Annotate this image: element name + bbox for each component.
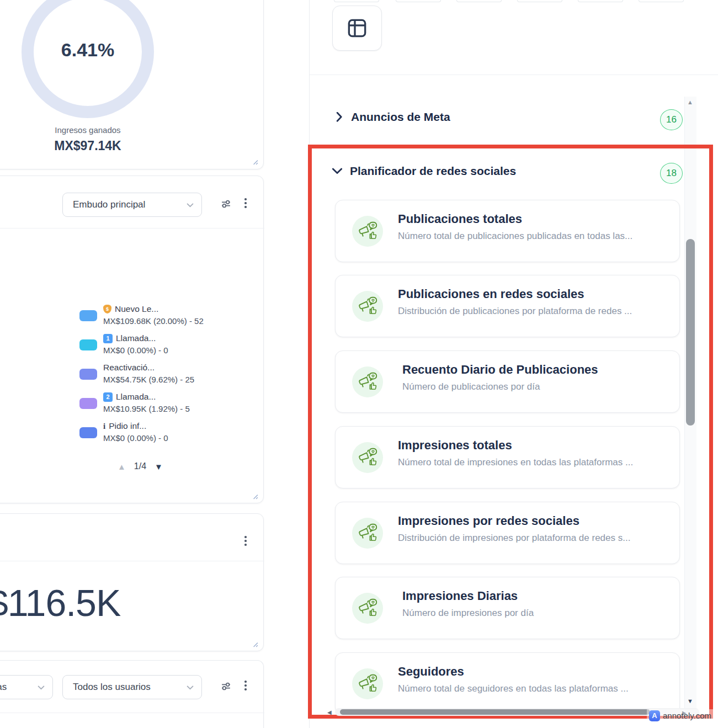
social-promo-icon — [352, 593, 383, 624]
resize-handle-icon[interactable] — [251, 492, 259, 500]
legend-name: Llamada... — [116, 392, 156, 402]
scroll-down-icon[interactable]: ▼ — [687, 698, 693, 704]
scroll-up-icon[interactable]: ▲ — [687, 99, 693, 105]
filters-sliders-icon[interactable] — [220, 198, 232, 212]
gauge-card: 6.41% Ingresos ganados MX$97.14K — [0, 0, 264, 169]
funnel-card: Embudo principal $ Nuevo Le... MX$109.68… — [0, 176, 264, 503]
metric-card: $116.5K — [0, 513, 264, 651]
clipped-button — [578, 0, 623, 2]
legend-swatch — [79, 310, 97, 321]
social-promo-icon — [352, 442, 383, 473]
widget-title: Impresiones Diarias — [402, 589, 681, 603]
social-promo-icon — [352, 366, 383, 397]
widget-card-recuento-diario[interactable]: Recuento Diario de Publicaciones Número … — [335, 350, 680, 413]
page-down-icon[interactable]: ▼ — [155, 462, 163, 471]
widget-title: Impresiones totales — [398, 438, 677, 453]
gauge-percent: 6.41% — [22, 39, 154, 61]
users-select-value: Todos los usuarios — [73, 682, 151, 693]
funnel-legend: $ Nuevo Le... MX$109.68K (20.00%) - 52 1… — [79, 304, 217, 450]
panel-header-divider — [310, 75, 718, 75]
truncated-filter-select[interactable]: cias — [0, 675, 53, 699]
chevron-right-icon — [336, 112, 343, 122]
legend-swatch — [79, 398, 97, 409]
section-count-badge: 18 — [660, 163, 683, 184]
social-promo-icon — [352, 291, 383, 322]
clipped-button — [396, 0, 441, 2]
widget-title: Impresiones por redes sociales — [398, 514, 677, 528]
legend-item[interactable]: i Pidio inf... MX$0 (0.00%) - 0 — [79, 421, 217, 443]
legend-item[interactable]: $ Nuevo Le... MX$109.68K (20.00%) - 52 — [79, 304, 217, 326]
social-promo-icon — [352, 518, 383, 549]
funnel-select[interactable]: Embudo principal — [62, 193, 202, 217]
layout-view-button[interactable] — [332, 6, 382, 51]
legend-detail: MX$0 (0.00%) - 0 — [103, 433, 168, 443]
keycap-1-icon: 1 — [103, 334, 113, 343]
page-up-icon[interactable]: ▲ — [118, 462, 126, 471]
widget-title: Publicaciones en redes sociales — [398, 287, 677, 301]
scroll-left-icon[interactable]: ◀ — [327, 710, 332, 715]
filters-card: cias Todos los usuarios — [0, 660, 264, 728]
panel-divider — [309, 0, 310, 728]
watermark-text: annotely.com — [663, 711, 711, 720]
legend-item[interactable]: Reactivació... MX$54.75K (9.62%) - 25 — [79, 363, 217, 384]
clipped-button — [456, 0, 502, 2]
widget-description: Número total de publicaciones publicadas… — [398, 231, 677, 242]
chevron-down-icon — [187, 685, 194, 690]
widget-card-impresiones-diarias[interactable]: Impresiones Diarias Número de impresione… — [335, 577, 680, 639]
info-icon: i — [103, 422, 105, 431]
card-divider — [0, 561, 264, 561]
truncated-filter-value: cias — [0, 682, 7, 693]
legend-name: Pidio inf... — [109, 421, 146, 431]
card-divider — [0, 228, 264, 229]
users-select[interactable]: Todos los usuarios — [62, 675, 202, 699]
filters-sliders-icon[interactable] — [220, 681, 232, 694]
dashboard-screenshot: 6.41% Ingresos ganados MX$97.14K Embudo … — [0, 0, 718, 728]
legend-item[interactable]: 2 Llamada... MX$10.95K (1.92%) - 5 — [79, 392, 217, 413]
kebab-menu-icon[interactable] — [242, 534, 249, 548]
legend-detail: MX$10.95K (1.92%) - 5 — [103, 404, 190, 413]
clipped-button — [517, 0, 562, 2]
legend-item[interactable]: 1 Llamada... MX$0 (0.00%) - 0 — [79, 333, 217, 355]
widget-description: Distribución de impresiones por platafor… — [398, 533, 677, 544]
money-bag-icon: $ — [103, 305, 111, 313]
section-count-badge: 16 — [660, 109, 683, 130]
widget-description: Distribución de publicaciones por plataf… — [398, 306, 677, 317]
resize-handle-icon[interactable] — [251, 157, 259, 166]
kebab-menu-icon[interactable] — [242, 678, 249, 693]
card-divider — [0, 713, 264, 713]
metric-value: $116.5K — [0, 581, 120, 624]
widget-description: Número de impresiones por día — [402, 608, 681, 619]
widget-card-publicaciones-redes[interactable]: Publicaciones en redes sociales Distribu… — [335, 275, 680, 337]
kebab-menu-icon[interactable] — [242, 196, 249, 210]
widget-description: Número de publicaciones por día — [402, 381, 681, 392]
resize-handle-icon[interactable] — [251, 640, 259, 648]
widget-card-impresiones-totales[interactable]: Impresiones totales Número total de impr… — [335, 426, 680, 488]
social-promo-icon — [352, 216, 383, 247]
section-title: Planificador de redes sociales — [350, 164, 516, 178]
widget-card-impresiones-redes[interactable]: Impresiones por redes sociales Distribuc… — [335, 502, 680, 564]
widget-title: Recuento Diario de Publicaciones — [402, 363, 681, 377]
chevron-down-icon — [332, 167, 342, 175]
legend-detail: MX$0 (0.00%) - 0 — [103, 346, 168, 355]
gauge-label: Ingresos ganados — [22, 125, 154, 135]
legend-swatch — [79, 339, 97, 350]
chevron-down-icon — [38, 685, 45, 690]
legend-name: Reactivació... — [103, 363, 155, 373]
gauge-amount: MX$97.14K — [22, 139, 154, 153]
legend-swatch — [79, 369, 97, 380]
legend-name: Nuevo Le... — [115, 304, 158, 314]
funnel-pager: ▲ 1/4 ▼ — [118, 461, 163, 471]
legend-name: Llamada... — [116, 333, 156, 343]
widget-description: Número total de seguidores en todas las … — [398, 683, 677, 694]
funnel-select-value: Embudo principal — [73, 199, 145, 210]
horizontal-scrollbar-thumb[interactable] — [340, 709, 650, 715]
widget-card-publicaciones-totales[interactable]: Publicaciones totales Número total de pu… — [335, 200, 680, 262]
legend-detail: MX$54.75K (9.62%) - 25 — [103, 375, 194, 384]
section-anuncios-de-meta[interactable]: Anuncios de Meta — [336, 110, 450, 124]
widget-card-seguidores[interactable]: Seguidores Número total de seguidores en… — [335, 652, 680, 715]
section-planificador-redes[interactable]: Planificador de redes sociales — [332, 164, 516, 178]
annotely-watermark: A annotely.com — [647, 709, 714, 722]
vertical-scrollbar-thumb[interactable] — [686, 239, 695, 426]
layout-grid-icon — [346, 17, 368, 39]
keycap-2-icon: 2 — [103, 392, 113, 402]
